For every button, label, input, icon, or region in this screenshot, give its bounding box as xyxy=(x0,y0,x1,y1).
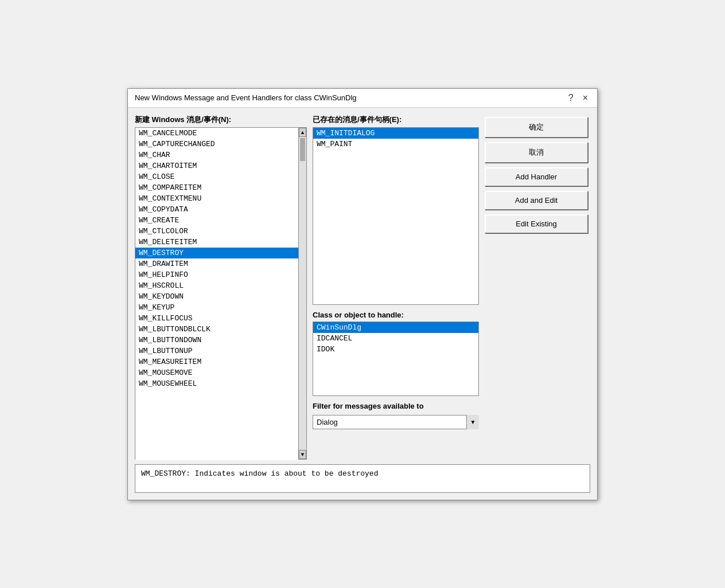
list-item[interactable]: CWinSunDlg xyxy=(313,322,478,333)
list-item[interactable]: WM_CONTEXTMENU xyxy=(135,193,298,204)
left-panel: 新建 Windows 消息/事件(N): WM_CANCELMODEWM_CAP… xyxy=(135,115,307,460)
dialog-content: 新建 Windows 消息/事件(N): WM_CANCELMODEWM_CAP… xyxy=(128,108,597,500)
list-item[interactable]: WM_CHAR xyxy=(135,150,298,160)
existing-handlers-listbox[interactable]: WM_INITDIALOGWM_PAINT xyxy=(313,127,479,305)
description-bar: WM_DESTROY: Indicates window is about to… xyxy=(135,464,590,493)
right-panel: 确定 取消 Add Handler Add and Edit Edit Exis… xyxy=(485,115,588,460)
class-object-listbox[interactable]: CWinSunDlgIDCANCELIDOK xyxy=(313,322,479,396)
list-item[interactable]: WM_LBUTTONDBLCLK xyxy=(135,324,298,335)
list-item[interactable]: WM_CTLCOLOR xyxy=(135,226,298,237)
add-handler-button[interactable]: Add Handler xyxy=(485,167,588,186)
middle-panel: 已存在的消息/事件句柄(E): WM_INITDIALOGWM_PAINT Cl… xyxy=(313,115,479,460)
filter-select-wrapper: DialogWindowAll ▼ xyxy=(313,415,479,429)
list-item[interactable]: WM_MOUSEMOVE xyxy=(135,367,298,378)
new-messages-listbox[interactable]: WM_CANCELMODEWM_CAPTURECHANGEDWM_CHARWM_… xyxy=(135,128,298,460)
list-item[interactable]: WM_CLOSE xyxy=(135,171,298,182)
class-object-label: Class or object to handle: xyxy=(313,311,479,319)
new-messages-list-container: WM_CANCELMODEWM_CAPTURECHANGEDWM_CHARWM_… xyxy=(135,127,307,460)
close-button[interactable]: × xyxy=(580,93,590,103)
list-item[interactable]: IDOK xyxy=(313,344,478,355)
filter-select[interactable]: DialogWindowAll xyxy=(313,415,479,429)
cancel-button[interactable]: 取消 xyxy=(485,142,588,163)
scroll-down-arrow[interactable]: ▼ xyxy=(299,450,306,459)
list-item[interactable]: WM_COPYDATA xyxy=(135,204,298,215)
list-item[interactable]: IDCANCEL xyxy=(313,333,478,344)
list-item[interactable]: WM_COMPAREITEM xyxy=(135,182,298,193)
add-and-edit-button[interactable]: Add and Edit xyxy=(485,191,588,210)
window-title: New Windows Message and Event Handlers f… xyxy=(135,93,357,102)
list-item[interactable]: WM_CREATE xyxy=(135,215,298,226)
scroll-thumb[interactable] xyxy=(300,138,305,161)
list-item[interactable]: WM_MEASUREITEM xyxy=(135,356,298,367)
list-item[interactable]: WM_HELPINFO xyxy=(135,269,298,280)
list-item[interactable]: WM_HSCROLL xyxy=(135,280,298,291)
list-item[interactable]: WM_LBUTTONDOWN xyxy=(135,335,298,346)
existing-handlers-section: 已存在的消息/事件句柄(E): WM_INITDIALOGWM_PAINT xyxy=(313,115,479,305)
left-scrollbar[interactable]: ▲ ▼ xyxy=(298,128,306,459)
new-messages-label: 新建 Windows 消息/事件(N): xyxy=(135,115,307,125)
class-object-section: Class or object to handle: CWinSunDlgIDC… xyxy=(313,311,479,396)
filter-label: Filter for messages available to xyxy=(313,402,479,410)
filter-section: Filter for messages available to DialogW… xyxy=(313,402,479,429)
list-item[interactable]: WM_KEYDOWN xyxy=(135,291,298,302)
title-bar-controls: ? × xyxy=(566,93,590,103)
list-item[interactable]: WM_CAPTURECHANGED xyxy=(135,139,298,150)
list-item[interactable]: WM_DRAWITEM xyxy=(135,258,298,269)
scroll-space xyxy=(299,162,306,450)
help-button[interactable]: ? xyxy=(566,93,576,103)
list-item[interactable]: WM_CHARTOITEM xyxy=(135,160,298,171)
edit-existing-button[interactable]: Edit Existing xyxy=(485,214,588,233)
list-item[interactable]: WM_KEYUP xyxy=(135,302,298,313)
scroll-up-arrow[interactable]: ▲ xyxy=(299,128,306,137)
ok-button[interactable]: 确定 xyxy=(485,117,588,138)
list-item[interactable]: WM_INITDIALOG xyxy=(313,128,478,139)
title-bar: New Windows Message and Event Handlers f… xyxy=(128,89,597,108)
list-item[interactable]: WM_MOUSEWHEEL xyxy=(135,378,298,389)
main-area: 新建 Windows 消息/事件(N): WM_CANCELMODEWM_CAP… xyxy=(135,115,590,460)
dialog-window: New Windows Message and Event Handlers f… xyxy=(127,88,598,500)
list-item[interactable]: WM_KILLFOCUS xyxy=(135,313,298,324)
list-item[interactable]: WM_LBUTTONUP xyxy=(135,346,298,356)
existing-handlers-label: 已存在的消息/事件句柄(E): xyxy=(313,115,479,125)
list-item[interactable]: WM_DESTROY xyxy=(135,248,298,258)
list-item[interactable]: WM_PAINT xyxy=(313,139,478,150)
list-item[interactable]: WM_CANCELMODE xyxy=(135,128,298,139)
list-item[interactable]: WM_DELETEITEM xyxy=(135,237,298,248)
